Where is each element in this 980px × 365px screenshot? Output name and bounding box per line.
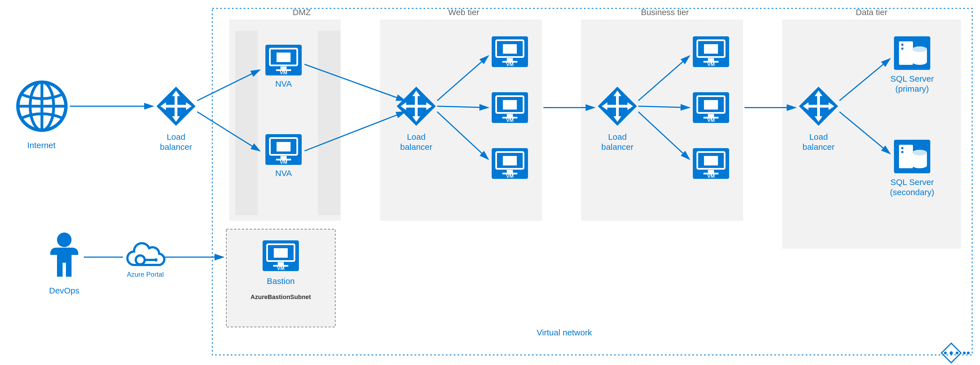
internet-label: Internet xyxy=(27,140,56,150)
sql-secondary-label-1: SQL Server xyxy=(890,177,934,187)
public-lb-label-2: balancer xyxy=(160,142,192,151)
devops-label: DevOps xyxy=(49,286,80,295)
biz-vm-1-icon xyxy=(693,36,729,67)
biz-vm-3-icon xyxy=(693,148,729,179)
vnet-icon xyxy=(942,343,970,363)
sql-secondary-label-2: (secondary) xyxy=(890,188,934,197)
dmz-subnet-left xyxy=(235,31,258,215)
data-title: Data tier xyxy=(856,8,887,17)
cloud-icon xyxy=(127,243,164,265)
nva-vm-2-icon xyxy=(266,134,302,165)
web-lb-label-2: balancer xyxy=(400,142,432,151)
biz-lb-label-1: Load xyxy=(608,132,627,142)
dmz-title: DMZ xyxy=(293,8,311,17)
nva-label-1: NVA xyxy=(275,79,292,88)
sql-primary-label-2: (primary) xyxy=(896,84,929,93)
web-vm-3-icon xyxy=(492,148,528,179)
public-lb-icon xyxy=(156,87,196,126)
public-lb-label-1: Load xyxy=(167,132,186,142)
bastion-vm-icon xyxy=(262,241,299,271)
bastion-subnet-label: AzureBastionSubnet xyxy=(251,293,311,300)
sql-primary-icon xyxy=(894,36,930,70)
azure-portal-label: Azure Portal xyxy=(127,271,164,278)
biz-lb-label-2: balancer xyxy=(601,142,633,151)
bastion-label: Bastion xyxy=(267,276,295,285)
web-title: Web tier xyxy=(448,8,479,17)
biz-vm-2-icon xyxy=(693,92,729,123)
web-vm-2-icon xyxy=(492,92,528,123)
nva-label-2: NVA xyxy=(275,169,292,178)
business-title: Business tier xyxy=(641,8,689,17)
nva-vm-1-icon xyxy=(266,45,302,75)
dmz-subnet-right xyxy=(318,31,340,215)
vnet-label: Virtual network xyxy=(537,328,592,337)
data-lb-label-2: balancer xyxy=(802,142,834,151)
sql-secondary-icon xyxy=(894,140,930,173)
sql-primary-label-1: SQL Server xyxy=(890,74,934,83)
web-lb-label-1: Load xyxy=(407,132,426,142)
globe-icon xyxy=(18,82,66,130)
web-vm-1-icon xyxy=(492,36,528,67)
architecture-diagram: VM xyxy=(0,0,980,365)
data-lb-label-1: Load xyxy=(809,132,828,142)
person-icon xyxy=(50,233,78,277)
